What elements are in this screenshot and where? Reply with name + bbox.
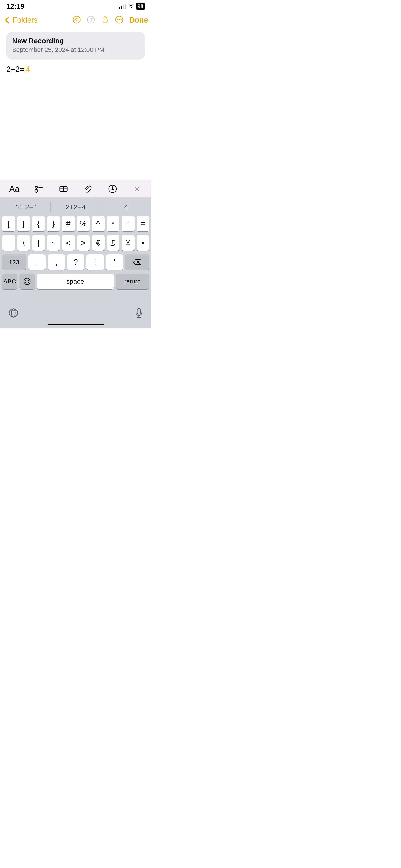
recording-subtitle: September 25, 2024 at 12:00 PM [12,46,139,53]
key-emoji[interactable] [20,274,35,289]
key-lbrace[interactable]: { [32,216,45,231]
attachment-button[interactable] [81,182,95,195]
key-comma[interactable]: , [48,254,65,270]
key-tilde[interactable]: ~ [47,235,60,251]
redo-icon [87,16,95,24]
table-button[interactable] [57,182,70,195]
recording-title: New Recording [12,37,139,45]
key-asterisk[interactable]: * [107,216,120,231]
key-underscore[interactable]: _ [2,235,15,251]
globe-button[interactable] [8,308,19,319]
key-caret[interactable]: ^ [92,216,105,231]
key-backspace[interactable] [125,254,149,270]
emoji-icon [23,278,31,285]
key-space[interactable]: space [37,274,114,289]
svg-rect-2 [123,5,124,9]
backspace-icon [133,259,142,266]
nav-bar: Folders Done [0,12,151,28]
key-row-2: _ \ | ~ < > € £ ¥ • [0,235,151,251]
signal-icon [119,4,127,9]
key-backslash[interactable]: \ [17,235,30,251]
key-pipe[interactable]: | [32,235,45,251]
svg-point-4 [73,16,80,23]
key-exclaim[interactable]: ! [87,254,104,270]
back-button[interactable]: Folders [3,16,38,25]
svg-rect-25 [137,308,141,314]
inline-suggestion: 4 [26,65,30,74]
mic-button[interactable] [135,308,143,319]
globe-icon [8,308,19,318]
key-hash[interactable]: # [62,216,75,231]
format-toolbar: Aa [0,180,151,197]
key-gt[interactable]: > [77,235,90,251]
keyboard: "2+2=" 2+2=4 4 [ ] { } # % ^ * + = _ \ |… [0,197,151,328]
svg-point-5 [87,16,94,23]
key-question[interactable]: ? [67,254,84,270]
svg-rect-3 [125,4,126,9]
table-icon [59,184,68,193]
key-row-3: 123 . , ? ! ' [0,254,151,270]
key-equals[interactable]: = [136,216,150,231]
redo-button [87,16,95,25]
mic-icon [135,308,143,318]
home-indicator[interactable] [48,324,104,326]
key-return[interactable]: return [116,274,149,289]
key-rbrace[interactable]: } [47,216,60,231]
more-button[interactable] [115,16,123,25]
text-format-icon: Aa [9,184,20,194]
key-bullet[interactable]: • [136,235,150,251]
key-row-4: ABC space return [0,274,151,289]
key-plus[interactable]: + [122,216,134,231]
text-cursor [25,65,26,73]
handwriting-icon [108,184,117,193]
recording-card[interactable]: New Recording September 25, 2024 at 12:0… [6,32,145,60]
svg-point-12 [35,189,38,192]
suggestion-1[interactable]: "2+2=" [0,203,50,211]
share-button[interactable] [101,16,109,25]
key-lbracket[interactable]: [ [2,216,15,231]
attachment-icon [83,184,93,193]
key-yen[interactable]: ¥ [122,235,134,251]
key-lt[interactable]: < [62,235,75,251]
key-percent[interactable]: % [77,216,90,231]
svg-point-20 [26,280,26,281]
note-text: 2+2= [6,65,25,74]
key-123[interactable]: 123 [2,254,26,270]
key-row-1: [ ] { } # % ^ * + = [0,216,151,231]
svg-rect-1 [121,6,122,9]
close-icon [132,184,142,193]
svg-point-7 [117,19,118,20]
battery-indicator: 98 [136,3,145,10]
undo-icon [72,16,81,24]
status-time: 12:19 [6,2,25,10]
checklist-icon [34,184,43,193]
undo-button[interactable] [72,16,81,25]
svg-point-21 [28,280,29,281]
share-icon [101,16,109,24]
more-icon [115,16,123,24]
key-period[interactable]: . [28,254,46,270]
suggestion-2[interactable]: 2+2=4 [51,203,101,211]
svg-rect-0 [119,7,120,9]
key-pound[interactable]: £ [107,235,120,251]
status-bar: 12:19 98 [0,0,151,12]
key-apostrophe[interactable]: ' [106,254,123,270]
status-indicators: 98 [119,3,145,10]
key-euro[interactable]: € [92,235,105,251]
back-label: Folders [12,16,38,25]
note-body[interactable]: 2+2=4 [0,60,151,79]
key-rbracket[interactable]: ] [17,216,30,231]
chevron-left-icon [3,16,12,24]
suggestion-3[interactable]: 4 [101,203,151,211]
svg-point-8 [119,19,120,20]
checklist-button[interactable] [32,182,45,195]
text-format-button[interactable]: Aa [8,182,21,195]
done-button[interactable]: Done [129,16,148,25]
svg-point-9 [121,19,122,20]
suggestion-bar: "2+2=" 2+2=4 4 [0,197,151,216]
close-format-button[interactable] [130,182,144,195]
wifi-icon [128,4,134,9]
key-abc[interactable]: ABC [2,274,17,289]
handwriting-button[interactable] [106,182,119,195]
svg-point-19 [24,278,30,284]
